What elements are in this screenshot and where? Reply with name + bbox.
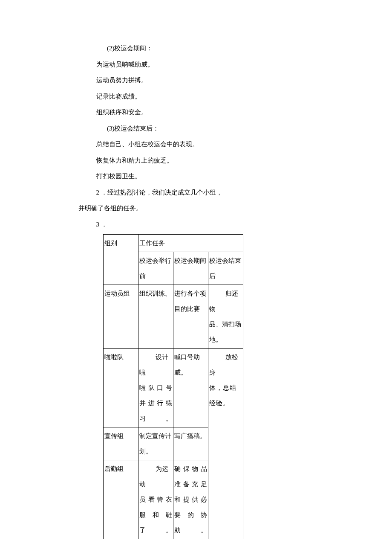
line-athlete-strive: 运动员努力拼搏。 xyxy=(93,73,307,89)
cell-athlete-name: 运动员组 xyxy=(104,285,138,349)
cell-logistics-name: 后勤组 xyxy=(104,460,138,539)
cell-promo-name: 宣传组 xyxy=(104,427,138,460)
table-row: 运动员组 组织训练。 进行各个项目的比赛 归还物 品、清扫场地。 xyxy=(104,285,243,349)
table-row: 组别 工作任务 xyxy=(104,235,243,252)
cell-text-indent: 归还物 xyxy=(209,286,242,317)
th-before: 校运会举行前 xyxy=(138,252,173,285)
cell-athlete-after: 归还物 品、清扫场地。 xyxy=(208,285,243,349)
cell-text: 员看管衣服和鞋子。 xyxy=(139,492,172,538)
th-after: 校运会结束后 xyxy=(208,252,243,285)
task-table: 组别 工作任务 校运会举行前 校运会期间 校运会结束后 运动员组 组织训练。 进… xyxy=(103,234,243,539)
cell-logistics-before: 为运动 员看管衣服和鞋子。 xyxy=(138,460,173,539)
cell-promo-during: 写广播稿。 xyxy=(173,427,208,460)
line-item2-cont: 并明确了各组的任务。 xyxy=(78,200,392,217)
th-group: 组别 xyxy=(104,235,138,285)
line-recover: 恢复体力和精力上的疲乏。 xyxy=(93,153,307,169)
line-order-safety: 组织秩序和安全。 xyxy=(93,105,307,121)
line-record-score: 记录比赛成绩。 xyxy=(93,89,307,105)
cell-athlete-during: 进行各个项目的比赛 xyxy=(173,285,208,349)
cell-text: 啦队口号并进行练习。 xyxy=(139,380,172,426)
cell-text-indent: 设计啦 xyxy=(139,349,172,380)
cell-text: 体，总结经验。 xyxy=(209,380,242,411)
cell-text-indent: 放松身 xyxy=(209,349,242,380)
line-clean: 打扫校园卫生。 xyxy=(93,169,307,185)
th-during: 校运会期间 xyxy=(173,252,208,285)
cell-cheer-after: 放松身 体，总结经验。 xyxy=(208,349,243,539)
line-item2: 2 ．经过热烈讨论，我们决定成立几个小组， xyxy=(93,185,307,201)
cell-cheer-during: 喊口号助威。 xyxy=(173,349,208,427)
cell-text-indent: 为运动 xyxy=(139,461,172,492)
line-item3: 3 ． xyxy=(93,217,307,233)
cell-text: 品、清扫场地。 xyxy=(209,317,242,347)
line-section2-heading: (2)校运会期间： xyxy=(93,41,307,57)
cell-logistics-during: 确保物品准备充足和提供必要的协助。 xyxy=(173,460,208,539)
cell-text: 确保物品准备充足和提供必要的协助。 xyxy=(174,461,207,538)
cell-cheer-before: 设计啦 啦队口号并进行练习。 xyxy=(138,349,173,427)
line-section3-heading: (3)校运会结束后： xyxy=(93,121,307,137)
line-summary: 总结自己、小组在校运会中的表现。 xyxy=(93,137,307,153)
th-task: 工作任务 xyxy=(138,235,243,252)
cell-promo-before: 制定宣传计划。 xyxy=(138,427,173,460)
cell-athlete-before: 组织训练。 xyxy=(138,285,173,349)
table-row: 啦啦队 设计啦 啦队口号并进行练习。 喊口号助威。 放松身 体，总结经验。 xyxy=(104,349,243,427)
cell-cheer-name: 啦啦队 xyxy=(104,349,138,427)
line-cheer: 为运动员呐喊助威。 xyxy=(93,57,307,73)
